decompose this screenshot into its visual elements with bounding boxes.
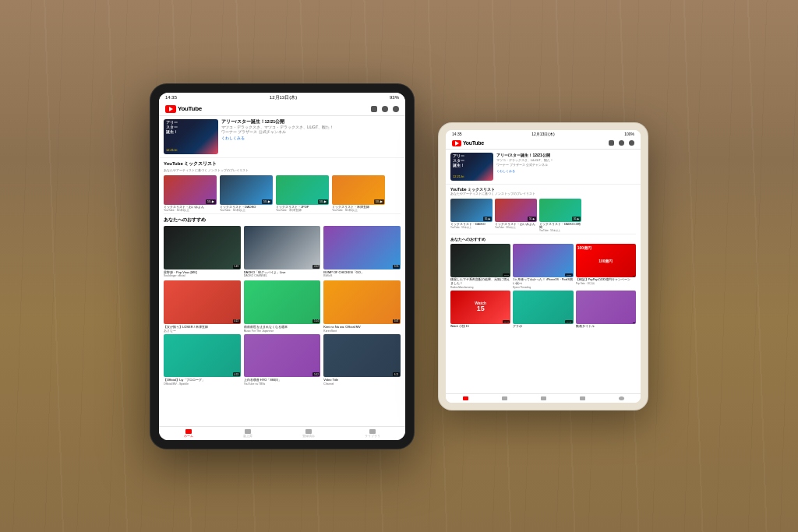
rec-card-s4[interactable]: Watch 15 11:48 Watch 小技 15	[450, 291, 510, 329]
rec-card-s2[interactable]: 13:52 1ヶ月使ってわかった！ iPhoneXS・PixelS買い比べ By…	[513, 244, 573, 289]
nav-library-small[interactable]	[580, 396, 585, 400]
battery-small: 100%	[624, 132, 634, 136]
banner-subtitle-large: マツコ・デラックスさ、マツコ・デラックスさ、LiLiGiT、観た！	[221, 125, 401, 129]
mix-scroll-large[interactable]: 50+▶ ミックスリスト・おいみよん YouTube · 50本以上 50+▶ …	[159, 174, 405, 214]
yt-logo-icon-large	[165, 105, 176, 113]
banner-thumb-large[interactable]	[164, 119, 218, 154]
nav-subs-label-large: 登録済み	[302, 435, 315, 438]
mix-badge-s2: 50+▶	[528, 217, 536, 221]
rec-card-9[interactable]: 6:21 Video Title Channel	[323, 334, 401, 386]
mix-card-2[interactable]: 50+▶ ミックスリスト・DAOKO YouTube · 50本以上	[220, 175, 273, 213]
devices-container: 14:35 12月13日(木) 93% YouTube	[0, 0, 798, 532]
rec-duration-6: 3:47	[393, 319, 400, 323]
account-icon-small[interactable]	[629, 140, 634, 146]
rec-card-s6[interactable]: 動画タイトル	[576, 291, 636, 329]
rec-card-7[interactable]: 4:33 【Official】Liy「プロローグ」 Official MV - …	[164, 334, 241, 386]
rec-dur-s2: 13:52	[565, 273, 572, 277]
mix-card-s2[interactable]: 50+▶ ミックスリスト・おいみよん YouTube · 50本以上	[495, 199, 537, 232]
search-icon-large[interactable]	[382, 106, 388, 112]
nav-home-small[interactable]	[463, 396, 468, 400]
rec-title-9: Video Title	[323, 378, 401, 382]
yt-logo-large[interactable]: YouTube	[165, 105, 202, 113]
nav-library-label-large: ライブラリ	[365, 435, 380, 438]
nav-library-large[interactable]: ライブラリ	[365, 429, 380, 438]
nav-subs-large[interactable]: 登録済み	[302, 429, 315, 438]
yt-logo-text-small: YouTube	[463, 140, 484, 146]
mix-thumb-s2: 50+▶	[495, 199, 537, 222]
rec-title-1: 星野源・Pop Virus [MV]	[164, 270, 241, 274]
rec-title-small: あなたへのおすすめ	[446, 234, 641, 242]
mix-badge-1: 50+▶	[206, 199, 216, 204]
mix-card-4[interactable]: 50+▶ ミックスリスト・米津玄師 YouTube · 50本以上	[332, 175, 385, 213]
rec-duration-5: 5:14	[312, 319, 320, 323]
rec-card-s1[interactable]: 14:22 後退したマヤ系列交配の結果、元気に増えました！ Raidea Man…	[450, 244, 510, 289]
time-large: 14:35	[165, 95, 177, 100]
cast-icon-large[interactable]	[371, 106, 377, 112]
mix-sub-s1: YouTube · 50本以上	[450, 226, 493, 229]
mix-thumb-4: 50+▶	[332, 175, 385, 205]
mix-badge-s1: 50+▶	[483, 217, 492, 221]
banner-thumb-small[interactable]	[450, 153, 493, 181]
banner-channel2-small: ワーナー ブラザース 公式チャンネル	[496, 163, 636, 167]
rec-card-3[interactable]: 3:55 BUMP OF CHICKEN「GO」 BbSoS	[323, 226, 401, 277]
rec-thumb-3: 3:55	[323, 226, 401, 269]
rec-card-s3[interactable]: 100億円 【検証】PayPayの100億円キャンペーン Pop Sato · …	[576, 244, 636, 289]
nav-account-small[interactable]	[619, 396, 624, 400]
mix-section-title-large: YouTube ミックスリスト	[159, 158, 405, 168]
subs-icon-small	[541, 396, 546, 400]
banner-channel-small: マツコ・デラックスさ、LiLiGiT、観た！	[496, 158, 636, 162]
mix-thumb-1: 50+▶	[164, 175, 217, 205]
rec-thumb-1: 5:49	[164, 226, 241, 269]
search-icon-small[interactable]	[619, 140, 624, 146]
rec-title-3: BUMP OF CHICKEN「GO」	[323, 270, 401, 274]
mix-label-s3: ミックスリスト・DAOKO×3時間	[539, 223, 581, 229]
date-large: 12月13日(木)	[270, 94, 297, 101]
yt-logo-icon-small	[452, 140, 461, 146]
rec-card-1[interactable]: 5:49 星野源・Pop Virus [MV] Souldinger offic…	[164, 226, 241, 277]
mix-card-1[interactable]: 50+▶ ミックスリスト・おいみよん YouTube · 50本以上	[164, 175, 217, 213]
rec-card-4[interactable]: 4:22 【女が振う】LOSER / 米津玄師 あさなー	[164, 280, 241, 332]
rec-thumb-4: 4:22	[164, 280, 241, 323]
mix-sub-s3: YouTube · 50本以上	[539, 229, 581, 232]
time-small: 14:35	[452, 132, 462, 136]
rec-title-8: 上白石萌音 HYO「866日」	[244, 378, 321, 382]
rec-channel-8: YouTube vs TBSs	[244, 382, 321, 386]
battery-large: 93%	[390, 95, 399, 100]
banner-cta-small[interactable]: くわしくみる	[496, 169, 636, 173]
rec-thumb-s3: 100億円	[576, 244, 636, 278]
rec-title-5: 前前前世を止まれなくなる週末	[244, 325, 321, 329]
nav-explore-small[interactable]	[502, 396, 507, 400]
banner-cta-large[interactable]: くわしくみる	[221, 136, 401, 140]
rec-card-6[interactable]: 3:47 Kimi no Na wa. Official MV KarenSan…	[323, 280, 401, 332]
nav-home-large[interactable]: ホーム	[184, 429, 193, 438]
rec-channel-9: Channel	[323, 382, 401, 386]
mix-card-3[interactable]: 50+▶ ミックスリスト・JPOP YouTube · 米津玄師	[276, 175, 329, 213]
mix-sub-2: YouTube · 50本以上	[220, 209, 273, 212]
nav-home-label-large: ホーム	[184, 435, 193, 438]
rec-card-2[interactable]: 4:12 DAOKO「球グッパイよ」Live DAOKO CHANNEL	[244, 226, 321, 277]
bottom-nav-large: ホーム 急上昇 登録済み ライブラリ	[159, 426, 405, 440]
mix-sub-4: YouTube · 50本以上	[332, 209, 385, 212]
rec-card-8[interactable]: 5:02 上白石萌音 HYO「866日」 YouTube vs TBSs	[244, 334, 321, 386]
mix-thumb-2: 50+▶	[220, 175, 273, 205]
mix-card-s3[interactable]: 50+▶ ミックスリスト・DAOKO×3時間 YouTube · 50本以上	[539, 199, 581, 232]
rec-duration-8: 5:02	[312, 372, 320, 376]
nav-subs-small[interactable]	[541, 396, 546, 400]
rec-card-s5[interactable]: 12:45 グラボ	[513, 291, 573, 329]
mix-card-s1[interactable]: 50+▶ ミックスリスト・DAOKO YouTube · 50本以上	[450, 199, 493, 232]
ipad-small-screen: 14:35 12月13日(木) 100% YouTube	[446, 130, 641, 403]
yt-logo-small[interactable]: YouTube	[452, 140, 484, 146]
explore-icon-large	[245, 429, 251, 434]
cast-icon-small[interactable]	[609, 140, 614, 146]
rec-duration-9: 6:21	[393, 372, 400, 376]
watch-text: Watch 15	[475, 301, 486, 313]
rec-card-5[interactable]: 5:14 前前前世を止まれなくなる週末 Music For The Japane…	[244, 280, 321, 332]
mix-scroll-small[interactable]: 50+▶ ミックスリスト・DAOKO YouTube · 50本以上 50+▶ …	[446, 197, 641, 234]
account-icon-large[interactable]	[393, 106, 399, 112]
nav-explore-large[interactable]: 急上昇	[243, 429, 252, 438]
ipad-small-youtube: 14:35 12月13日(木) 100% YouTube	[446, 130, 641, 403]
rec-thumb-s4: Watch 15 11:48	[450, 291, 510, 324]
rec-thumb-s2: 13:52	[513, 244, 573, 277]
rec-grid-large: 5:49 星野源・Pop Virus [MV] Souldinger offic…	[159, 224, 405, 333]
banner-title-small: アリー/スター誕生！12/21公開	[496, 153, 636, 158]
